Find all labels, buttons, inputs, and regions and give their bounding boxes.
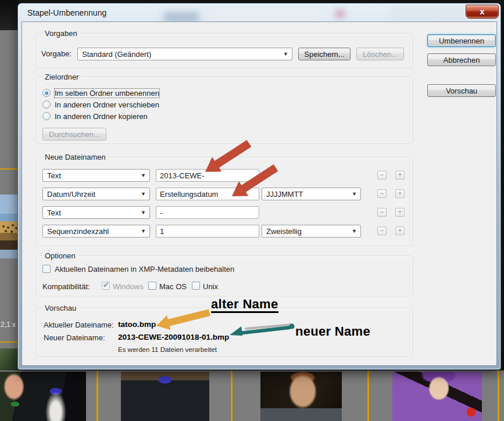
current-filename-value: tatoo.bmp (118, 320, 156, 329)
group-neue-dateinamen: Neue Dateinamen Text ▼ − + Datum/Uhrzeit… (36, 157, 413, 246)
divider-line (498, 370, 499, 421)
compatibility-label: Kompatibilität: (42, 282, 90, 291)
row4-format-dropdown[interactable]: Zweistellig ▼ (262, 225, 361, 238)
save-preset-button[interactable]: Speichern... (298, 48, 351, 60)
close-icon: x (480, 6, 484, 16)
radio-move-other-folder-label[interactable]: In anderen Ordner verschieben (55, 100, 159, 109)
thumbnail-portrait-woman[interactable] (392, 372, 482, 421)
preset-dropdown-value: Standard (Geändert) (82, 50, 151, 59)
thumbnail-portrait-man[interactable] (260, 372, 342, 421)
compat-windows-label: Windows (113, 282, 144, 291)
compat-macos-checkbox[interactable] (148, 282, 156, 290)
row1-add-button[interactable]: + (395, 171, 405, 179)
compat-windows-checkbox[interactable]: ✔ (102, 282, 110, 290)
row3-remove-button[interactable]: − (377, 208, 387, 217)
screen: 2,1 x Stapel-Umbenennung x Vorgaben (0, 0, 504, 421)
row4-add-button[interactable]: + (395, 226, 405, 235)
thumbnail-two-men[interactable] (0, 372, 86, 421)
divider-line (96, 370, 98, 421)
group-optionen: Optionen Aktuellen Dateinamen in XMP-Met… (36, 256, 413, 296)
row2-remove-button[interactable]: − (377, 189, 387, 198)
row3-type-value: Text (47, 208, 61, 217)
dialog-titlebar[interactable]: Stapel-Umbenennung (19, 4, 500, 21)
group-zielordner-label: Zielordner (42, 73, 81, 81)
new-filename-value: 2013-CEWE-20091018-01.bmp (118, 333, 229, 341)
row1-type-dropdown[interactable]: Text ▼ (42, 169, 150, 182)
row4-type-dropdown[interactable]: Sequenzindexzahl ▼ (42, 225, 150, 238)
annotation-new-name: neuer Name (295, 325, 370, 338)
dropdown-arrow-icon: ▼ (352, 191, 357, 197)
leopard-thumbnail[interactable] (0, 195, 19, 258)
dialog-body: Vorgaben Vorgabe: Standard (Geändert) ▼ … (22, 21, 497, 366)
row3-add-button[interactable]: + (395, 208, 405, 217)
group-zielordner: Zielordner Im selben Ordner umbenennen I… (36, 77, 413, 143)
row4-format-value: Zweistellig (266, 227, 302, 236)
dropdown-arrow-icon: ▼ (283, 51, 288, 57)
row2-format-dropdown[interactable]: JJJJMMTT ▼ (262, 188, 361, 200)
row1-type-value: Text (47, 171, 61, 180)
file-count-note: Es werden 11 Dateien verarbeitet (118, 346, 217, 353)
group-vorgaben-label: Vorgaben (42, 29, 80, 38)
preset-dropdown[interactable]: Standard (Geändert) ▼ (77, 48, 292, 60)
row4-value-input[interactable] (156, 225, 259, 238)
row1-text-input[interactable] (156, 169, 259, 182)
glass-reflection (335, 10, 345, 18)
dropdown-arrow-icon: ▼ (141, 228, 146, 234)
filmstrip-bottom-row (0, 370, 504, 421)
delete-preset-button[interactable]: Löschen... (356, 48, 404, 60)
glass-reflection (164, 12, 199, 21)
keep-filename-checkbox[interactable] (42, 265, 51, 273)
dropdown-arrow-icon: ▼ (141, 191, 146, 197)
group-optionen-label: Optionen (42, 251, 78, 260)
dropdown-arrow-icon: ▼ (141, 172, 146, 178)
compat-macos-label[interactable]: Mac OS (159, 282, 187, 291)
dropdown-arrow-icon: ▼ (141, 210, 146, 215)
group-vorschau-label: Vorschau (42, 304, 78, 312)
keep-filename-label[interactable]: Aktuellen Dateinamen in XMP-Metadaten be… (55, 265, 234, 274)
row2-format-value: JJJJMMTT (266, 190, 303, 199)
background-photo-fragment (0, 0, 19, 30)
current-filename-label: Aktueller Dateiname: (44, 321, 114, 329)
divider-line (367, 370, 369, 421)
checkmark-icon: ✔ (103, 280, 109, 289)
preview-button[interactable]: Vorschau (427, 84, 496, 97)
annotation-old-name: alter Name (211, 298, 278, 313)
dropdown-arrow-icon: ▼ (352, 228, 357, 234)
radio-rename-same-folder[interactable] (42, 89, 51, 97)
filmstrip-left-column: 2,1 x (0, 0, 19, 421)
row3-type-dropdown[interactable]: Text ▼ (42, 206, 150, 219)
row3-text-input[interactable] (156, 206, 259, 219)
compat-unix-checkbox[interactable] (192, 282, 200, 290)
group-neue-dateinamen-label: Neue Dateinamen (42, 153, 108, 161)
divider-line (231, 370, 233, 421)
new-filename-label: Neuer Dateiname: (44, 333, 105, 342)
image-size-label: 2,1 x (1, 321, 16, 329)
row2-add-button[interactable]: + (395, 189, 405, 198)
nature-thumbnail[interactable] (0, 348, 19, 370)
radio-rename-same-folder-label[interactable]: Im selben Ordner umbenennen (55, 89, 159, 98)
divider-line (0, 168, 19, 170)
row1-remove-button[interactable]: − (377, 171, 387, 179)
rename-button[interactable]: Umbenennen (427, 34, 496, 47)
row2-type-dropdown[interactable]: Datum/Uhrzeit ▼ (42, 188, 150, 200)
radio-copy-other-folder-label[interactable]: In anderen Ordner kopieren (55, 112, 148, 121)
batch-rename-dialog: Stapel-Umbenennung x Vorgaben Vorgabe: S… (17, 3, 501, 370)
row2-value-input[interactable] (156, 188, 259, 200)
row4-remove-button[interactable]: − (377, 226, 387, 235)
thumbnail-tuxedo[interactable] (121, 372, 209, 421)
preset-label: Vorgabe: (41, 49, 72, 58)
browse-button[interactable]: Durchsuchen... (42, 128, 106, 141)
group-vorgaben: Vorgaben Vorgabe: Standard (Geändert) ▼ … (36, 33, 413, 68)
row2-type-value: Datum/Uhrzeit (47, 190, 95, 199)
cancel-button[interactable]: Abbrechen (427, 53, 496, 66)
divider-line (0, 341, 19, 343)
radio-move-other-folder[interactable] (42, 100, 51, 109)
close-button[interactable]: x (466, 5, 499, 19)
glass-reflection (210, 8, 321, 21)
row4-type-value: Sequenzindexzahl (47, 227, 109, 236)
compat-unix-label[interactable]: Unix (203, 282, 218, 291)
dialog-title: Stapel-Umbenennung (27, 8, 106, 17)
radio-copy-other-folder[interactable] (42, 112, 51, 120)
